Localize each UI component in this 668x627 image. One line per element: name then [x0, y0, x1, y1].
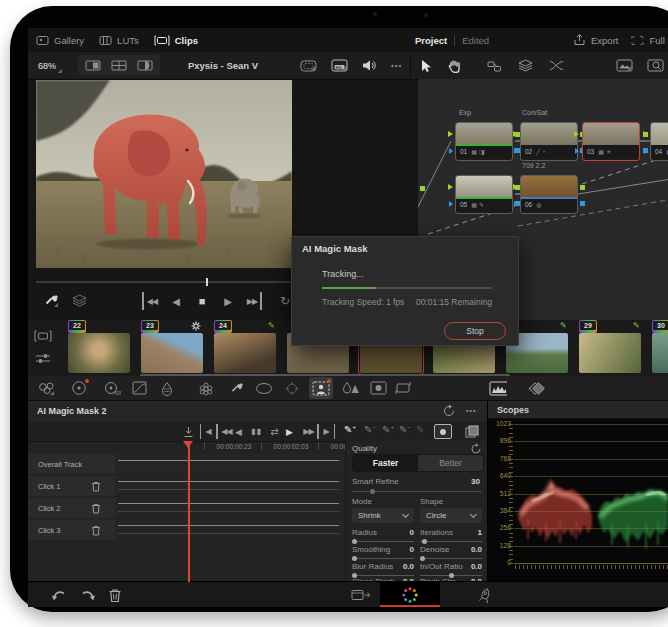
param-slider[interactable]	[352, 558, 414, 559]
node-02[interactable]: 02╱◔	[520, 122, 578, 161]
viewer-options-menu[interactable]	[391, 61, 402, 70]
timeline-playhead[interactable]	[183, 441, 193, 448]
track-to-frame-icon[interactable]	[181, 424, 196, 439]
resolve-fx-icon[interactable]	[197, 379, 215, 397]
clips-mini-icon[interactable]	[34, 330, 52, 342]
wipe-modes-icon[interactable]	[72, 294, 87, 307]
stop-tracking-button[interactable]: Stop	[444, 322, 506, 340]
stop-button[interactable]	[193, 292, 211, 310]
param-value[interactable]: 0.0	[420, 545, 482, 554]
qualifier-icon[interactable]	[158, 379, 176, 397]
track-area-overall[interactable]	[115, 454, 345, 474]
goto-first-frame-button[interactable]	[142, 292, 159, 310]
stills-icon[interactable]	[616, 59, 633, 72]
clip-in-icon[interactable]: ◀	[200, 424, 216, 439]
project-button[interactable]: Project	[415, 35, 447, 46]
nodes-view-icon[interactable]	[487, 60, 502, 72]
param-slider[interactable]	[352, 541, 414, 542]
node-03-selected[interactable]: 03▦✳	[582, 122, 640, 161]
hdr-grade-icon[interactable]: HDR	[103, 379, 121, 397]
magic-mask-icon[interactable]	[312, 379, 330, 397]
clip-thumbnail-30[interactable]	[652, 333, 668, 373]
gallery-button[interactable]: Gallery	[54, 35, 84, 46]
track-label-click1[interactable]: Click 1	[28, 476, 115, 496]
add-stroke-picker-icon[interactable]: ✎+	[344, 424, 359, 439]
pan-hand-icon[interactable]	[448, 59, 461, 73]
mask-panel-menu[interactable]	[466, 407, 476, 414]
transform-sizing-icon[interactable]	[394, 379, 412, 397]
delete-track-icon[interactable]	[90, 502, 102, 514]
node-06[interactable]: 06◍	[520, 175, 578, 214]
mask-timeline-ruler[interactable]: 00:00:00:23 00:00:02:03 00:00:03:07 00:0…	[115, 441, 345, 453]
effects-icon[interactable]	[369, 379, 387, 397]
quality-faster-button[interactable]: Faster	[353, 455, 418, 471]
video-viewer[interactable]	[36, 80, 292, 268]
node-04[interactable]: 04▦◔	[650, 122, 668, 161]
mask-overlay-icon[interactable]	[464, 424, 479, 439]
track-label-click2[interactable]: Click 2	[28, 498, 115, 518]
param-slider[interactable]	[420, 575, 482, 576]
waveform-scope[interactable]: 1023 896 768 640 512 384 256 128 0	[488, 419, 668, 582]
bidirectional-track-button[interactable]	[267, 424, 282, 439]
trash-icon[interactable]	[104, 584, 126, 606]
eyedropper-icon[interactable]	[44, 293, 60, 309]
add-point-icon[interactable]: ✎+	[382, 424, 397, 439]
track-forward-fast-button[interactable]	[301, 424, 319, 439]
remove-point-icon[interactable]: ✎−	[399, 424, 414, 439]
curves-icon[interactable]	[130, 379, 148, 397]
grid-viewer-icon[interactable]	[108, 60, 130, 71]
splitter-combiner-icon[interactable]	[549, 60, 564, 71]
layers-icon[interactable]	[518, 59, 533, 72]
track-label-overall[interactable]: Overall Track	[28, 454, 115, 474]
track-forward-button[interactable]	[282, 424, 297, 439]
smart-refine-value[interactable]: 30	[471, 477, 480, 486]
proxy-quality-icon[interactable]: HQ	[331, 59, 348, 72]
luts-button[interactable]: LUTs	[117, 35, 139, 46]
delete-track-icon[interactable]	[90, 524, 102, 536]
clip-thumbnail-22[interactable]	[68, 333, 130, 373]
mode-dropdown[interactable]: Shrink	[352, 508, 414, 523]
track-area-click3[interactable]	[115, 520, 345, 540]
shape-dropdown[interactable]: Circle	[420, 508, 482, 523]
eraser-icon[interactable]: ✎	[416, 424, 431, 439]
pointer-tool-icon[interactable]	[420, 59, 432, 73]
power-window-icon[interactable]	[255, 379, 273, 397]
param-value[interactable]: 0.0	[352, 562, 414, 571]
cut-page-icon[interactable]	[350, 584, 372, 606]
param-value[interactable]: 0	[352, 528, 414, 537]
color-page-icon[interactable]	[399, 584, 421, 606]
clip-out-icon[interactable]: ▶	[319, 424, 335, 439]
pause-tracking-button[interactable]	[249, 424, 264, 439]
param-value[interactable]: 0	[352, 545, 414, 554]
clip-title[interactable]: Pxysis - Sean V	[188, 60, 258, 71]
picker-tool-icon[interactable]	[228, 379, 246, 397]
viewer-zoom-select[interactable]: 68%	[34, 57, 64, 75]
param-slider[interactable]	[420, 541, 482, 542]
param-value[interactable]: 0.0	[420, 562, 482, 571]
play-forward-button[interactable]	[219, 292, 237, 310]
redo-icon[interactable]	[77, 584, 99, 606]
node-01[interactable]: 01▦◨	[455, 122, 513, 161]
goto-last-frame-button[interactable]	[245, 292, 262, 310]
node-05[interactable]: 05▦✎	[455, 175, 513, 214]
smart-refine-slider[interactable]	[352, 491, 482, 492]
waveform-scope-icon[interactable]	[489, 379, 507, 397]
keyframes-icon[interactable]	[527, 379, 545, 397]
camera-raw-icon[interactable]	[38, 379, 56, 397]
viewer-scrubber[interactable]	[36, 281, 292, 283]
playhead-marker[interactable]	[206, 278, 208, 286]
blur-sharpen-icon[interactable]	[342, 379, 360, 397]
color-wheels-icon[interactable]	[70, 379, 88, 397]
single-viewer-icon[interactable]	[82, 60, 104, 71]
play-reverse-button[interactable]	[167, 292, 185, 310]
param-value[interactable]: 1	[420, 528, 482, 537]
remove-stroke-picker-icon[interactable]: ✎−	[364, 424, 379, 439]
timeline-playhead-line[interactable]	[188, 441, 190, 582]
fullscreen-button[interactable]: Full Screen	[649, 35, 668, 46]
audio-mute-icon[interactable]	[362, 59, 377, 72]
track-label-click3[interactable]: Click 3	[28, 520, 115, 540]
clips-button[interactable]: Clips	[175, 35, 198, 46]
track-area-click2[interactable]	[115, 498, 345, 518]
lightbox-icon[interactable]	[647, 59, 664, 72]
export-button[interactable]: Export	[591, 35, 618, 46]
